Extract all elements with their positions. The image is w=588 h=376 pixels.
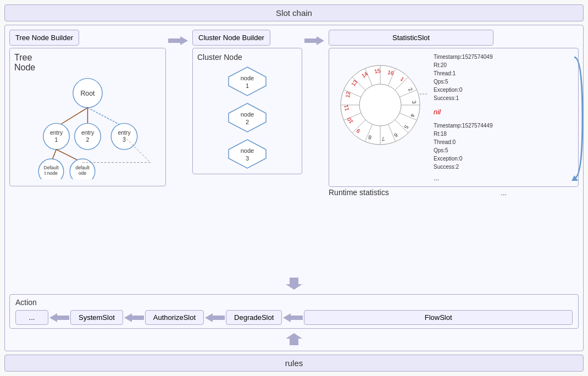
action-slot-authorize-label: AuthorizeSlot bbox=[153, 313, 196, 322]
statistic-slot-area: StatisticSlot bbox=[329, 30, 579, 198]
arrow-right-2 bbox=[302, 35, 326, 46]
blue-curve-arrow-icon bbox=[572, 52, 584, 184]
middle-section: Tree Node Builder TreeNode Root bbox=[4, 25, 584, 351]
arrow-left-4-icon bbox=[283, 312, 303, 323]
cluster-node-area-label: Cluster Node bbox=[197, 53, 297, 62]
svg-marker-76 bbox=[286, 333, 302, 345]
statistic-slot-box: StatisticSlot bbox=[329, 30, 493, 46]
svg-text:t node: t node bbox=[45, 170, 58, 176]
stat2-success: Success:2 bbox=[434, 163, 574, 171]
tree-diagram: Root entry 1 entry 2 bbox=[14, 75, 161, 179]
arrow-right-1 bbox=[166, 35, 190, 46]
slot-builders-row: Tree Node Builder TreeNode Root bbox=[9, 30, 579, 273]
arrow-right-1-icon bbox=[168, 35, 188, 46]
down-arrow-1-icon bbox=[286, 278, 302, 290]
svg-marker-72 bbox=[49, 313, 69, 322]
svg-text:3: 3 bbox=[246, 155, 249, 162]
stat1-success: Success:1 bbox=[434, 94, 574, 102]
hex-container: node 1 node 2 node 3 bbox=[197, 66, 297, 169]
stat1-rt: Rt:20 bbox=[434, 61, 574, 69]
svg-marker-25 bbox=[229, 67, 266, 96]
rules-title: rules bbox=[285, 358, 303, 368]
tree-node-area: TreeNode Root entry 1 bbox=[9, 48, 166, 186]
tree-node-builder-label: Tree Node Builder bbox=[15, 34, 73, 42]
tree-node-area-label: TreeNode bbox=[14, 53, 161, 73]
stat1-timestamp: Timestamp:1527574049 bbox=[434, 53, 574, 61]
action-section: Action ... SystemSlot bbox=[9, 294, 579, 329]
svg-text:Default: Default bbox=[43, 165, 59, 170]
stat1-exception: Exception:0 bbox=[434, 86, 574, 94]
arrow-left-4 bbox=[282, 312, 304, 323]
svg-text:node: node bbox=[241, 111, 254, 118]
action-slot-ellipsis: ... bbox=[15, 310, 48, 325]
action-slot-system: SystemSlot bbox=[70, 310, 123, 325]
svg-text:Root: Root bbox=[80, 90, 95, 97]
action-slot-flow-label: FlowSlot bbox=[425, 313, 452, 322]
svg-text:entry: entry bbox=[81, 130, 95, 136]
arrow-left-1-icon bbox=[49, 312, 69, 323]
cluster-node-area: Cluster Node node 1 node 2 bbox=[192, 48, 302, 174]
hex-node-3: node 3 bbox=[225, 139, 269, 169]
stat-ellipsis: ... bbox=[434, 174, 574, 182]
arrow-left-1 bbox=[48, 312, 70, 323]
svg-text:2: 2 bbox=[246, 119, 249, 125]
runtime-stats-text: Runtime statistics bbox=[329, 188, 389, 197]
svg-marker-34 bbox=[304, 36, 324, 45]
slot-chain-header: Slot chain bbox=[4, 4, 584, 21]
svg-text:ode: ode bbox=[79, 170, 87, 176]
action-slot-system-label: SystemSlot bbox=[79, 313, 115, 322]
hex-node-1: node 1 bbox=[225, 66, 269, 97]
svg-text:entry: entry bbox=[118, 130, 131, 136]
cluster-node-builder-box: Cluster Node Builder bbox=[192, 30, 270, 46]
stat2-timestamp: Timestamp:1527574449 bbox=[434, 121, 574, 130]
hex-node-2: node 2 bbox=[225, 102, 269, 133]
wheel-diagram: 16 15 1 2 3 4 5 6 7 8 9 bbox=[334, 53, 427, 152]
svg-marker-24 bbox=[168, 36, 188, 45]
action-slots-row: ... SystemSlot AuthorizeSlot bbox=[15, 310, 573, 325]
statistic-slot-label: StatisticSlot bbox=[392, 34, 430, 42]
svg-line-4 bbox=[88, 108, 125, 127]
svg-marker-71 bbox=[286, 278, 302, 290]
stat2-qps: Qps:5 bbox=[434, 146, 574, 154]
svg-marker-74 bbox=[205, 313, 225, 322]
slot-chain-title: Slot chain bbox=[276, 8, 312, 18]
svg-text:2: 2 bbox=[86, 137, 90, 143]
svg-text:node: node bbox=[241, 75, 254, 81]
arrow-left-2 bbox=[123, 312, 145, 323]
svg-text:default: default bbox=[75, 165, 90, 170]
runtime-ellipsis: ... bbox=[501, 189, 507, 197]
up-arrow-1-icon bbox=[286, 333, 302, 345]
action-label: Action bbox=[15, 298, 573, 307]
runtime-stats-label: Runtime statistics ... bbox=[329, 187, 579, 198]
svg-marker-28 bbox=[229, 103, 266, 132]
tree-node-builder-header: Tree Node Builder bbox=[9, 30, 166, 46]
wheel-container: 16 15 1 2 3 4 5 6 7 8 9 bbox=[334, 53, 427, 152]
blue-curve-arrow-container bbox=[572, 48, 584, 186]
action-slot-authorize: AuthorizeSlot bbox=[145, 310, 204, 325]
stat2-rt: Rt:18 bbox=[434, 130, 574, 138]
svg-marker-73 bbox=[124, 313, 144, 322]
arrow-left-3-icon bbox=[205, 312, 225, 323]
stat2-thread: Thread:0 bbox=[434, 138, 574, 146]
svg-marker-31 bbox=[229, 140, 266, 168]
cluster-node-builder-label: Cluster Node Builder bbox=[198, 34, 264, 42]
tree-node-builder-area: Tree Node Builder TreeNode Root bbox=[9, 30, 166, 186]
action-slot-ellipsis-label: ... bbox=[29, 313, 35, 322]
stat1-thread: Thread:1 bbox=[434, 69, 574, 78]
stat1-qps: Qps:5 bbox=[434, 78, 574, 86]
statistic-slot-header: StatisticSlot bbox=[329, 30, 579, 46]
arrow-left-3 bbox=[204, 312, 226, 323]
svg-marker-75 bbox=[283, 313, 303, 322]
svg-text:1: 1 bbox=[246, 82, 249, 89]
arrow-left-2-icon bbox=[124, 312, 144, 323]
action-slot-degrade-label: DegradeSlot bbox=[234, 313, 274, 322]
main-container: Slot chain Tree Node Builder TreeNode bbox=[0, 0, 588, 376]
stat-info-box-2: Timestamp:1527574449 Rt:18 Thread:0 Qps:… bbox=[434, 121, 574, 171]
svg-text:entry: entry bbox=[50, 130, 63, 136]
action-slot-degrade: DegradeSlot bbox=[226, 310, 282, 325]
stat-nil-label: nil bbox=[434, 108, 574, 116]
statistic-content: 16 15 1 2 3 4 5 6 7 8 9 bbox=[329, 48, 579, 187]
svg-line-23 bbox=[124, 136, 151, 163]
stat-info-box-1: Timestamp:1527574049 Rt:20 Thread:1 Qps:… bbox=[434, 53, 574, 102]
svg-point-36 bbox=[359, 84, 401, 126]
